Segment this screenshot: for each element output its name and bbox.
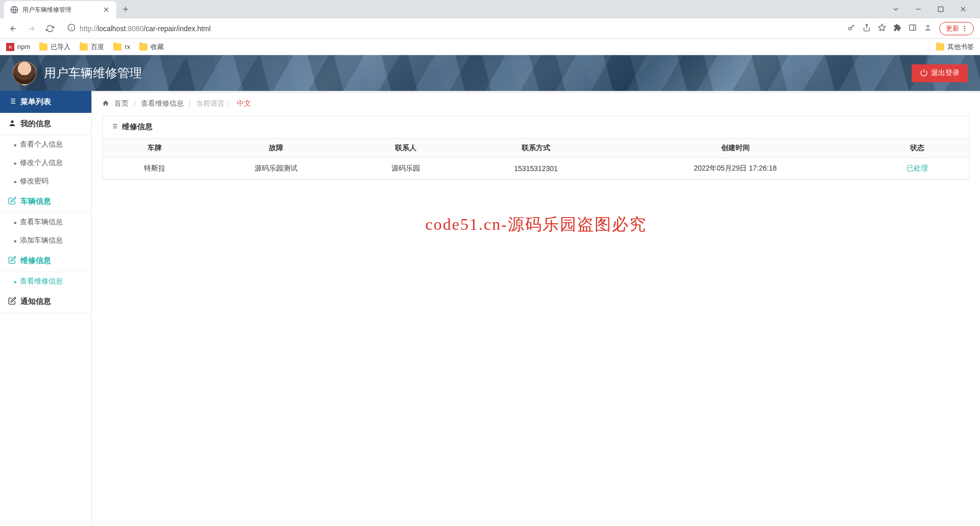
sidebar-item-view-personal[interactable]: ▸查看个人信息 (0, 135, 91, 154)
col-fault: 故障 (207, 138, 346, 158)
svg-point-5 (926, 25, 929, 28)
sidebar-section-my-info[interactable]: 我的信息 (0, 113, 91, 135)
folder-icon (139, 43, 148, 51)
share-icon[interactable] (863, 23, 871, 33)
bookmark-favorites[interactable]: 收藏 (139, 42, 164, 52)
bookmark-other[interactable]: 其他书签 (929, 42, 974, 52)
extensions-icon[interactable] (893, 23, 901, 33)
window-controls (889, 3, 976, 16)
svg-point-9 (11, 121, 13, 123)
app-body: 菜单列表 我的信息 ▸查看个人信息 ▸修改个人信息 ▸修改密码 车辆信息 ▸查看… (0, 91, 980, 526)
profile-icon[interactable] (924, 23, 932, 33)
power-icon (920, 68, 928, 78)
svg-point-6 (964, 26, 965, 27)
svg-point-3 (849, 27, 851, 30)
forward-button[interactable] (24, 21, 39, 36)
edit-icon (8, 197, 16, 206)
sidebar-section-notify-info[interactable]: 通知信息 (0, 291, 91, 313)
chevron-down-icon[interactable] (889, 3, 902, 16)
main-content: 首页 / 查看维修信息 / 当前语言： 中文 维修信息 车牌 故障 联系人 联系… (92, 91, 980, 526)
list-icon (8, 97, 16, 107)
browser-chrome: 用户车辆维修管理 http://localhost:8080/car-repai… (0, 0, 980, 55)
sidebar-item-add-vehicle[interactable]: ▸添加车辆信息 (0, 231, 91, 250)
caret-right-icon: ▸ (14, 238, 17, 244)
sidebar-section-repair-info[interactable]: 维修信息 (0, 250, 91, 272)
bookmark-imported[interactable]: 已导入 (39, 42, 70, 52)
page-title: 用户车辆维修管理 (44, 65, 142, 81)
window-close-icon[interactable] (957, 3, 970, 16)
col-phone: 联系方式 (467, 138, 605, 158)
star-icon[interactable] (878, 23, 886, 33)
table-header-row: 车牌 故障 联系人 联系方式 创建时间 状态 (103, 138, 969, 158)
home-icon (102, 100, 109, 108)
cell-status: 已处理 (865, 158, 969, 179)
lang-value[interactable]: 中文 (237, 99, 251, 108)
sidebar: 菜单列表 我的信息 ▸查看个人信息 ▸修改个人信息 ▸修改密码 车辆信息 ▸查看… (0, 91, 92, 526)
svg-rect-1 (938, 7, 943, 11)
edit-icon (8, 297, 16, 306)
edit-icon (8, 256, 16, 266)
browser-tab[interactable]: 用户车辆维修管理 (4, 1, 116, 18)
folder-icon (936, 43, 944, 51)
caret-right-icon: ▸ (14, 220, 17, 225)
close-icon[interactable] (102, 6, 110, 14)
cell-fault: 源码乐园测试 (207, 158, 346, 179)
breadcrumb: 首页 / 查看维修信息 / 当前语言： 中文 (102, 99, 970, 115)
menu-header: 菜单列表 (0, 91, 91, 113)
breadcrumb-current: 查看维修信息 (141, 99, 184, 108)
cell-phone: 15315312301 (467, 158, 605, 179)
svg-point-8 (964, 30, 965, 31)
bookmark-npm[interactable]: nnpm (6, 43, 30, 51)
url-bar: http://localhost:8080/car-repair/index.h… (0, 18, 980, 39)
table-row: 特斯拉 源码乐园测试 源码乐园 15315312301 2022年05月29日 … (103, 158, 969, 179)
url-action-icons: 更新 (847, 22, 974, 35)
sidebar-item-edit-personal[interactable]: ▸修改个人信息 (0, 154, 91, 172)
watermark: code51.cn-源码乐园盗图必究 (92, 213, 980, 236)
minimize-icon[interactable] (912, 3, 925, 16)
npm-icon: n (6, 43, 14, 51)
caret-right-icon: ▸ (14, 160, 17, 166)
bookmark-baidu[interactable]: 百度 (80, 42, 104, 52)
bookmark-rx[interactable]: rx (113, 43, 130, 51)
col-status: 状态 (865, 138, 969, 158)
lang-label: 当前语言： (196, 99, 232, 108)
logout-button[interactable]: 退出登录 (912, 64, 968, 82)
svg-point-7 (964, 28, 965, 29)
repair-table: 车牌 故障 联系人 联系方式 创建时间 状态 特斯拉 源码乐园测试 源码乐园 1… (103, 138, 969, 179)
sidebar-item-edit-password[interactable]: ▸修改密码 (0, 172, 91, 190)
url-field[interactable]: http://localhost:8080/car-repair/index.h… (61, 21, 843, 36)
col-contact: 联系人 (345, 138, 467, 158)
key-icon[interactable] (847, 23, 855, 33)
repair-panel: 维修信息 车牌 故障 联系人 联系方式 创建时间 状态 特斯拉 (102, 115, 970, 180)
sidebar-item-view-vehicle[interactable]: ▸查看车辆信息 (0, 213, 91, 231)
back-button[interactable] (6, 21, 20, 36)
user-icon (8, 119, 16, 129)
caret-right-icon: ▸ (14, 179, 17, 184)
reload-button[interactable] (43, 21, 57, 36)
breadcrumb-home[interactable]: 首页 (114, 99, 129, 108)
sidebar-item-view-repair[interactable]: ▸查看维修信息 (0, 272, 91, 291)
globe-icon (10, 6, 18, 14)
bookmarks-bar: nnpm 已导入 百度 rx 收藏 其他书签 (0, 39, 980, 55)
col-created: 创建时间 (605, 138, 865, 158)
list-icon (111, 123, 118, 131)
folder-icon (113, 43, 121, 51)
panel-header: 维修信息 (103, 116, 969, 138)
cell-contact: 源码乐园 (345, 158, 467, 179)
panel-icon[interactable] (909, 23, 917, 33)
folder-icon (39, 43, 47, 51)
cell-created: 2022年05月29日 17:26:18 (605, 158, 865, 179)
breadcrumb-separator: / (189, 100, 191, 108)
avatar (12, 61, 37, 85)
caret-right-icon: ▸ (14, 279, 17, 284)
sidebar-section-vehicle-info[interactable]: 车辆信息 (0, 190, 91, 213)
maximize-icon[interactable] (934, 3, 947, 16)
update-button[interactable]: 更新 (939, 22, 974, 35)
app-banner: 用户车辆维修管理 退出登录 (0, 55, 980, 91)
breadcrumb-separator: / (134, 100, 136, 108)
folder-icon (80, 43, 88, 51)
url-text: http://localhost:8080/car-repair/index.h… (80, 25, 211, 33)
caret-right-icon: ▸ (14, 142, 17, 148)
svg-rect-4 (910, 25, 916, 31)
new-tab-button[interactable] (118, 2, 133, 16)
